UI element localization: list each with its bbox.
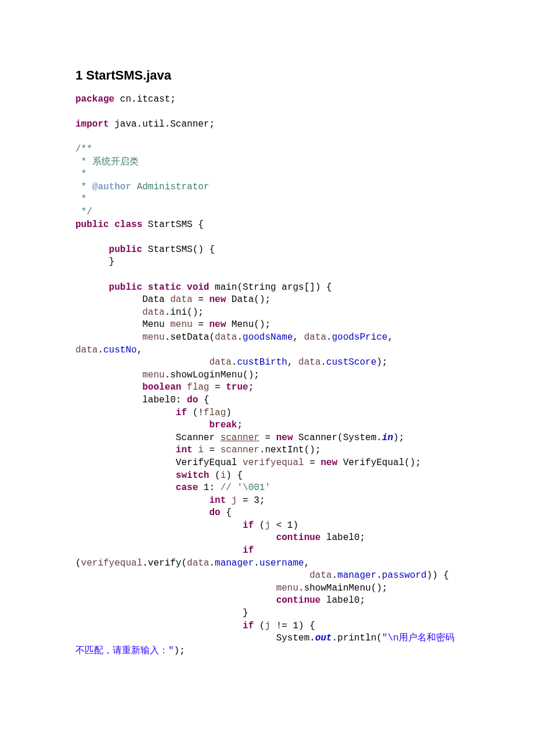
section-heading: 1 StartSMS.java (75, 67, 459, 84)
code-block: package cn.itcast; import java.util.Scan… (75, 93, 459, 658)
